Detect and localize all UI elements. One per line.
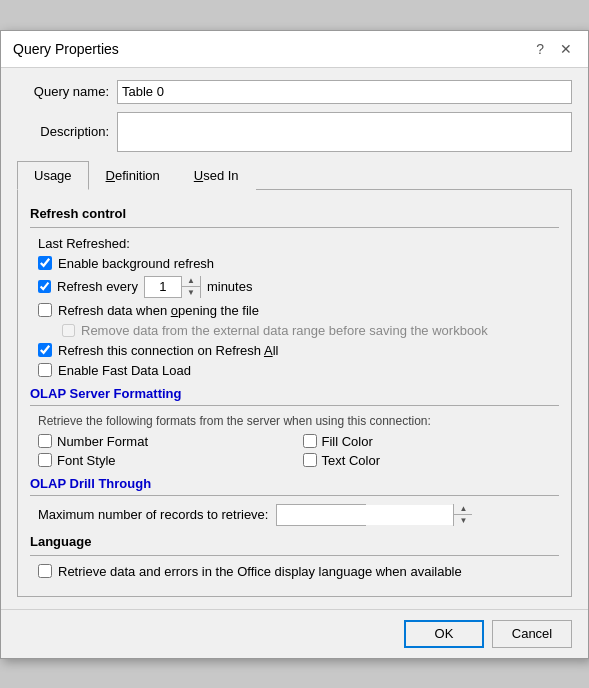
enable-fast-label: Enable Fast Data Load (58, 363, 191, 378)
font-style-item: Font Style (38, 453, 295, 468)
refresh-on-open-label: Refresh data when opening the file (58, 303, 259, 318)
max-records-spin-up[interactable]: ▲ (454, 504, 472, 515)
olap-drill-divider (30, 495, 559, 496)
form-area: Query name: Table 0 Description: Usage D… (1, 68, 588, 609)
number-format-item: Number Format (38, 434, 295, 449)
query-name-row: Query name: Table 0 (17, 80, 572, 104)
refresh-interval-spinbuttons: ▲ ▼ (181, 276, 200, 298)
description-label: Description: (17, 124, 117, 139)
tab-usage-label: Usage (34, 168, 72, 183)
refresh-on-open-checkbox[interactable] (38, 303, 52, 317)
olap-server-divider (30, 405, 559, 406)
olap-server-description: Retrieve the following formats from the … (38, 414, 559, 428)
refresh-on-open-row: Refresh data when opening the file (38, 303, 559, 318)
max-records-input-container: ▲ ▼ (276, 504, 366, 526)
tab-usage[interactable]: Usage (17, 161, 89, 190)
max-records-spin-down[interactable]: ▼ (454, 515, 472, 526)
refresh-interval-spinner: ▲ ▼ (144, 276, 201, 298)
language-divider (30, 555, 559, 556)
olap-server-header[interactable]: OLAP Server Formatting (30, 386, 559, 401)
tab-definition[interactable]: Definition (89, 161, 177, 190)
enable-fast-checkbox[interactable] (38, 363, 52, 377)
fill-color-item: Fill Color (303, 434, 560, 449)
tab-content-usage: Refresh control Last Refreshed: Enable b… (17, 190, 572, 597)
max-records-input[interactable] (277, 505, 453, 525)
dialog-footer: OK Cancel (1, 609, 588, 658)
refresh-on-all-checkbox[interactable] (38, 343, 52, 357)
refresh-unit-label: minutes (207, 279, 253, 294)
cancel-button[interactable]: Cancel (492, 620, 572, 648)
enable-fast-row: Enable Fast Data Load (38, 363, 559, 378)
tab-definition-label: Definition (106, 168, 160, 183)
spin-up-button[interactable]: ▲ (182, 276, 200, 287)
max-records-label: Maximum number of records to retrieve: (38, 507, 268, 522)
font-style-label: Font Style (57, 453, 116, 468)
enable-background-refresh-checkbox[interactable] (38, 256, 52, 270)
text-color-item: Text Color (303, 453, 560, 468)
remove-external-label: Remove data from the external data range… (81, 323, 488, 338)
olap-drill-header[interactable]: OLAP Drill Through (30, 476, 559, 491)
fill-color-checkbox[interactable] (303, 434, 317, 448)
refresh-every-label: Refresh every (57, 279, 138, 294)
last-refreshed-label: Last Refreshed: (38, 236, 559, 251)
title-bar: Query Properties ? ✕ (1, 31, 588, 68)
language-header: Language (30, 534, 559, 549)
number-format-label: Number Format (57, 434, 148, 449)
refresh-every-checkbox[interactable] (38, 280, 51, 293)
refresh-control-header: Refresh control (30, 206, 559, 221)
refresh-on-all-row: Refresh this connection on Refresh All (38, 343, 559, 358)
spin-down-button[interactable]: ▼ (182, 287, 200, 298)
language-retrieve-checkbox[interactable] (38, 564, 52, 578)
remove-external-checkbox[interactable] (62, 324, 75, 337)
language-retrieve-row: Retrieve data and errors in the Office d… (38, 564, 559, 579)
olap-options-grid: Number Format Fill Color Font Style Text… (38, 434, 559, 468)
refresh-every-row: Refresh every ▲ ▼ minutes (38, 276, 559, 298)
number-format-checkbox[interactable] (38, 434, 52, 448)
description-input[interactable] (117, 112, 572, 152)
query-properties-dialog: Query Properties ? ✕ Query name: Table 0… (0, 30, 589, 659)
help-button[interactable]: ? (532, 39, 548, 59)
tabs-bar: Usage Definition Used In (17, 160, 572, 190)
fill-color-label: Fill Color (322, 434, 373, 449)
refresh-on-all-label: Refresh this connection on Refresh All (58, 343, 278, 358)
tab-used-in-label: Used In (194, 168, 239, 183)
close-button[interactable]: ✕ (556, 39, 576, 59)
max-records-spinbuttons: ▲ ▼ (453, 504, 472, 526)
tab-used-in[interactable]: Used In (177, 161, 256, 190)
ok-button[interactable]: OK (404, 620, 484, 648)
enable-background-refresh-label: Enable background refresh (58, 256, 214, 271)
query-name-label: Query name: (17, 84, 117, 99)
remove-external-row: Remove data from the external data range… (62, 323, 559, 338)
text-color-checkbox[interactable] (303, 453, 317, 467)
dialog-title: Query Properties (13, 41, 119, 57)
description-row: Description: (17, 112, 572, 152)
language-retrieve-label: Retrieve data and errors in the Office d… (58, 564, 462, 579)
title-bar-controls: ? ✕ (532, 39, 576, 59)
max-records-row: Maximum number of records to retrieve: ▲… (38, 504, 559, 526)
query-name-input[interactable]: Table 0 (117, 80, 572, 104)
enable-background-refresh-row: Enable background refresh (38, 256, 559, 271)
font-style-checkbox[interactable] (38, 453, 52, 467)
text-color-label: Text Color (322, 453, 381, 468)
refresh-interval-input[interactable] (145, 277, 181, 297)
refresh-divider (30, 227, 559, 228)
